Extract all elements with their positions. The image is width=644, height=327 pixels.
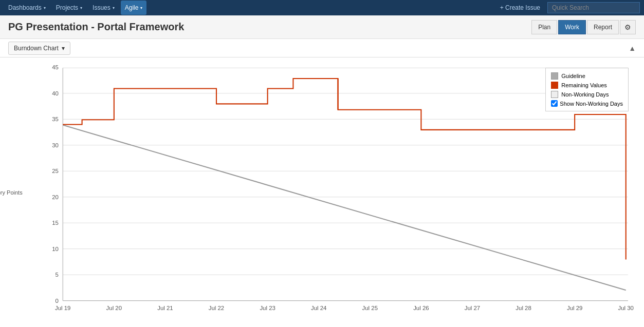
dropdown-caret-icon: ▾: [62, 45, 65, 52]
remaining-swatch: [551, 82, 558, 89]
work-button[interactable]: Work: [558, 20, 586, 34]
svg-text:Jul 25: Jul 25: [362, 305, 378, 311]
svg-text:10: 10: [52, 246, 59, 252]
create-issue-button[interactable]: + Create Issue: [495, 3, 545, 13]
show-nonworking-label: Show Non-Working Days: [560, 101, 623, 107]
svg-text:Jul 29: Jul 29: [567, 305, 582, 311]
guideline-label: Guideline: [561, 73, 585, 79]
legend-nonworking: Non-Working Days: [551, 91, 623, 98]
svg-text:Jul 24: Jul 24: [311, 305, 326, 311]
agile-caret-icon: ▾: [140, 6, 142, 10]
settings-button[interactable]: ⚙: [620, 20, 636, 34]
chart-container: Story Points 0 5 10: [0, 57, 644, 327]
svg-text:40: 40: [52, 90, 59, 97]
nav-projects[interactable]: Projects ▾: [52, 1, 86, 15]
remaining-label: Remaining Values: [561, 82, 606, 88]
chart-legend: Guideline Remaining Values Non-Working D…: [545, 68, 629, 111]
svg-text:15: 15: [52, 220, 59, 226]
quick-search-input[interactable]: [547, 2, 640, 13]
svg-text:Jul 27: Jul 27: [465, 305, 480, 311]
y-axis-label: Story Points: [0, 189, 23, 196]
svg-text:20: 20: [52, 194, 59, 200]
svg-text:25: 25: [52, 168, 59, 174]
report-button[interactable]: Report: [587, 20, 619, 34]
page-title: PG Presentation - Portal Framework: [8, 21, 184, 33]
sub-toolbar: Burndown Chart ▾ ▲: [0, 39, 644, 57]
issues-caret-icon: ▾: [113, 6, 115, 10]
nav-agile[interactable]: Agile ▾: [121, 1, 147, 15]
svg-text:Jul 20: Jul 20: [106, 305, 122, 311]
svg-text:5: 5: [56, 272, 59, 278]
nonworking-label: Non-Working Days: [561, 91, 609, 98]
legend-guideline: Guideline: [551, 72, 623, 80]
projects-caret-icon: ▾: [80, 6, 82, 10]
svg-text:35: 35: [52, 116, 59, 122]
svg-line-34: [63, 125, 625, 291]
show-nonworking-checkbox[interactable]: [551, 100, 558, 107]
header-actions: Plan Work Report ⚙: [531, 20, 636, 34]
top-navigation: Dashboards ▾ Projects ▾ Issues ▾ Agile ▾…: [0, 0, 644, 15]
header-bar: PG Presentation - Portal Framework Plan …: [0, 15, 644, 39]
nav-dashboards[interactable]: Dashboards ▾: [4, 1, 50, 15]
svg-text:Jul 28: Jul 28: [516, 305, 531, 311]
nav-issues[interactable]: Issues ▾: [88, 1, 119, 15]
dashboards-caret-icon: ▾: [44, 6, 46, 10]
svg-text:Jul 23: Jul 23: [260, 305, 275, 311]
svg-text:Jul 22: Jul 22: [209, 305, 224, 311]
legend-remaining: Remaining Values: [551, 82, 623, 89]
svg-text:Jul 30: Jul 30: [618, 305, 634, 311]
plan-button[interactable]: Plan: [531, 20, 557, 34]
svg-text:Jul 19: Jul 19: [55, 305, 70, 311]
svg-text:0: 0: [56, 298, 59, 304]
svg-text:Jul 21: Jul 21: [157, 305, 173, 311]
svg-text:Jul 26: Jul 26: [413, 305, 429, 311]
svg-text:30: 30: [52, 142, 59, 148]
svg-text:45: 45: [52, 64, 59, 70]
guideline-swatch: [551, 72, 558, 80]
chart-type-dropdown[interactable]: Burndown Chart ▾: [8, 42, 70, 55]
nonworking-swatch: [551, 91, 558, 98]
collapse-button[interactable]: ▲: [629, 44, 636, 52]
chart-inner: 0 5 10 15 20 25 30 35 40 45 Jul 19 Jul 2…: [31, 63, 644, 322]
show-nonworking-checkbox-row: Show Non-Working Days: [551, 100, 623, 107]
